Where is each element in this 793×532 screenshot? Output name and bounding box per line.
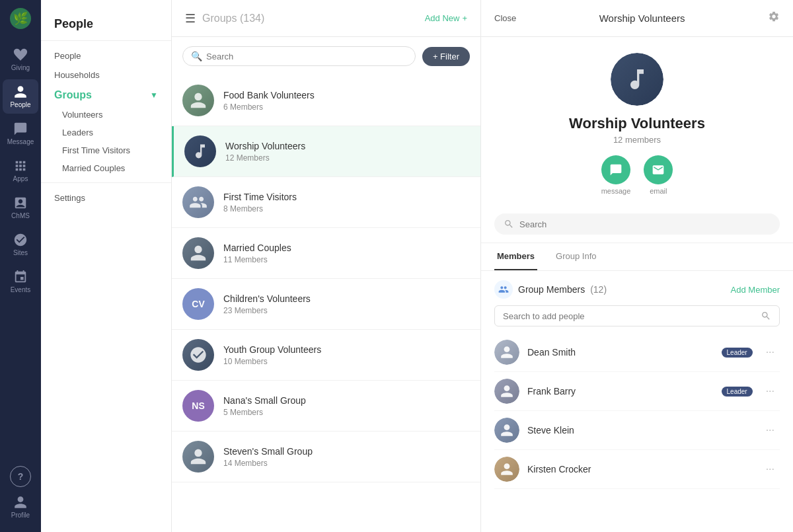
email-action-circle <box>644 155 673 184</box>
sidebar-link-groups[interactable]: Groups ▼ <box>41 85 171 106</box>
group-avatar-cv: CV <box>182 288 214 320</box>
group-members-food-bank: 6 Members <box>223 102 470 112</box>
group-item-married-couples[interactable]: Married Couples 11 Members <box>172 228 480 279</box>
sidebar-title: People <box>41 11 171 35</box>
member-more-dean[interactable]: ··· <box>761 344 780 361</box>
sidebar-sub-link-leaders[interactable]: Leaders <box>41 124 171 141</box>
group-info-youth: Youth Group Volunteers 10 Members <box>223 344 470 366</box>
detail-panel-header: Close Worship Volunteers <box>481 0 793 37</box>
email-action-button[interactable]: email <box>644 155 673 195</box>
member-name-dean: Dean Smith <box>527 347 708 358</box>
sidebar-sub-link-volunteers[interactable]: Volunteers <box>41 106 171 124</box>
group-name-food-bank: Food Bank Volunteers <box>223 90 470 100</box>
email-action-label: email <box>650 187 667 195</box>
groups-label: Groups <box>54 89 92 101</box>
sidebar-item-sites[interactable]: Sites <box>3 227 38 262</box>
hero-group-name: Worship Volunteers <box>569 115 705 132</box>
settings-link[interactable]: Settings <box>41 188 171 208</box>
group-item-youth-group[interactable]: Youth Group Volunteers 10 Members <box>172 330 480 381</box>
sites-label: Sites <box>13 249 28 256</box>
members-header: Group Members (12) Add Member <box>494 271 780 305</box>
group-members-label: Group Members <box>518 284 585 295</box>
sidebar-item-profile[interactable]: Profile <box>3 490 38 524</box>
search-icon: 🔍 <box>191 51 202 61</box>
group-members-stevens: 14 Members <box>223 459 470 468</box>
members-section: Group Members (12) Add Member Dean Smith… <box>481 271 793 489</box>
group-item-first-time-visitors[interactable]: First Time Visitors 8 Members <box>172 177 480 228</box>
member-row-kirsten-crocker: Kirsten Crocker ··· <box>494 450 780 489</box>
group-item-worship-volunteers[interactable]: Worship Volunteers 12 Members <box>172 126 480 177</box>
group-item-food-bank[interactable]: Food Bank Volunteers 6 Members <box>172 75 480 126</box>
groups-list: Food Bank Volunteers 6 Members Worship V… <box>172 75 480 532</box>
add-new-label: Add New <box>425 13 460 23</box>
search-input-wrap[interactable]: 🔍 <box>182 46 416 66</box>
giving-label: Giving <box>11 64 30 71</box>
group-members-nanas: 5 Members <box>223 408 470 417</box>
sidebar-sub-link-first-time-visitors[interactable]: First Time Visitors <box>41 141 171 159</box>
search-input[interactable] <box>206 52 407 61</box>
groups-panel: ☰ Groups (134) Add New + 🔍 + Filter Food… <box>172 0 481 532</box>
member-more-frank[interactable]: ··· <box>761 383 780 400</box>
sidebar-link-households[interactable]: Households <box>41 65 171 85</box>
group-item-childrens-volunteers[interactable]: CV Children's Volunteers 23 Members <box>172 279 480 330</box>
left-sidebar: People People Households Groups ▼ Volunt… <box>41 0 172 532</box>
detail-search-input[interactable] <box>519 219 771 229</box>
group-avatar-first-time <box>182 186 214 218</box>
group-name-nanas: Nana's Small Group <box>223 395 470 406</box>
sidebar-item-events[interactable]: Events <box>3 264 38 299</box>
group-info-cv: Children's Volunteers 23 Members <box>223 293 470 315</box>
leader-badge-frank: Leader <box>722 387 753 397</box>
sidebar-item-apps[interactable]: Apps <box>3 153 38 188</box>
detail-search-wrap <box>481 206 793 243</box>
group-info-nanas: Nana's Small Group 5 Members <box>223 395 470 417</box>
group-name-youth: Youth Group Volunteers <box>223 344 470 355</box>
sidebar-link-people[interactable]: People <box>41 46 171 65</box>
events-label: Events <box>11 286 31 293</box>
group-item-nanas[interactable]: NS Nana's Small Group 5 Members <box>172 381 480 432</box>
hero-group-avatar <box>611 53 663 106</box>
detail-body: Worship Volunteers 12 members message em… <box>481 37 793 532</box>
tab-members[interactable]: Members <box>494 243 537 270</box>
member-name-steve: Steve Klein <box>527 425 753 436</box>
member-name-frank: Frank Barry <box>527 386 708 397</box>
hero-member-count: 12 members <box>613 135 661 145</box>
close-button[interactable]: Close <box>494 13 516 23</box>
member-more-kirsten[interactable]: ··· <box>761 461 780 478</box>
groups-search-bar: 🔍 + Filter <box>172 37 480 75</box>
member-avatar-frank <box>494 379 519 404</box>
menu-icon[interactable]: ☰ <box>185 11 196 26</box>
apps-label: Apps <box>13 175 28 182</box>
group-name-cv: Children's Volunteers <box>223 293 470 304</box>
members-icon <box>494 280 513 299</box>
add-member-button[interactable]: Add Member <box>731 285 780 295</box>
settings-gear-button[interactable] <box>768 11 780 26</box>
add-people-input[interactable] <box>503 311 755 321</box>
sidebar-item-message[interactable]: Message <box>3 116 38 151</box>
tab-group-info[interactable]: Group Info <box>553 243 599 270</box>
member-name-kirsten: Kirsten Crocker <box>527 464 753 475</box>
detail-search[interactable] <box>494 213 780 235</box>
people-label: People <box>10 101 30 108</box>
sidebar-item-chms[interactable]: ChMS <box>3 190 38 225</box>
member-row-frank-barry: Frank Barry Leader ··· <box>494 372 780 411</box>
sidebar-item-help[interactable]: ? <box>10 466 31 487</box>
message-action-button[interactable]: message <box>601 155 631 195</box>
group-avatar-food-bank <box>182 85 214 116</box>
message-label: Message <box>7 138 34 145</box>
group-item-stevens[interactable]: Steven's Small Group 14 Members <box>172 432 480 482</box>
sidebar-item-people[interactable]: People <box>3 79 38 114</box>
add-new-button[interactable]: Add New + <box>425 13 467 23</box>
member-avatar-dean <box>494 340 519 365</box>
member-avatar-kirsten <box>494 457 519 482</box>
sidebar-item-giving[interactable]: Giving <box>3 42 38 77</box>
filter-button[interactable]: + Filter <box>422 47 470 66</box>
add-people-search[interactable] <box>494 305 780 326</box>
app-logo[interactable]: 🌿 <box>10 8 31 32</box>
member-more-steve[interactable]: ··· <box>761 422 780 439</box>
add-people-search-icon <box>761 311 771 321</box>
sidebar-sub-link-married-couples[interactable]: Married Couples <box>41 159 171 177</box>
detail-panel-title: Worship Volunteers <box>599 13 685 24</box>
groups-panel-header: ☰ Groups (134) Add New + <box>172 0 480 37</box>
group-members-married: 11 Members <box>223 255 470 264</box>
group-info-first-time: First Time Visitors 8 Members <box>223 192 470 213</box>
